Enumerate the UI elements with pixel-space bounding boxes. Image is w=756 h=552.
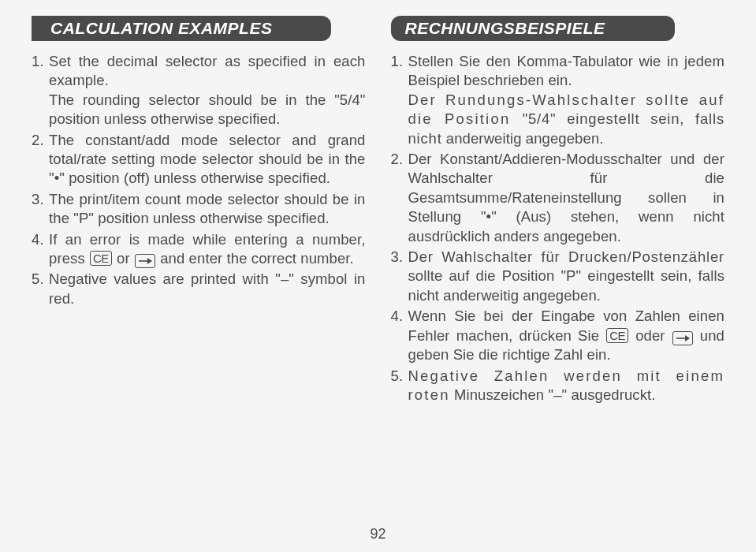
arrow-key-icon bbox=[672, 331, 693, 345]
list-item: Der Wahlschalter für Drucken/Postenzähle… bbox=[391, 248, 725, 305]
list-item: Set the decimal selector as specified in… bbox=[32, 52, 366, 129]
arrow-key-icon bbox=[135, 254, 155, 268]
list-english: Set the decimal selector as specified in… bbox=[32, 52, 366, 308]
ce-key-icon: CE bbox=[90, 251, 112, 266]
list-item: Der Konstant/Addieren-Modusschalter und … bbox=[391, 150, 725, 246]
item-text-pre: Der Wahlschalter für Drucken/Postenzähle… bbox=[408, 248, 725, 265]
item-subtext: Der Rundungs-Wahlschalter sollte auf die… bbox=[408, 91, 725, 148]
heading-english: CALCULATION EXAMPLES bbox=[32, 16, 331, 41]
list-item: If an error is made while entering a num… bbox=[32, 230, 366, 269]
ce-key-icon: CE bbox=[606, 328, 628, 343]
list-item: The constant/add mode selector and grand… bbox=[32, 131, 366, 188]
list-item: Negative values are printed with "–" sym… bbox=[32, 270, 366, 308]
svg-marker-3 bbox=[685, 335, 690, 341]
item-subtext: The rounding selector should be in the "… bbox=[49, 91, 366, 129]
list-german: Stellen Sie den Komma-Tabulator wie in j… bbox=[391, 52, 725, 405]
heading-german: RECHNUNGSBEISPIELE bbox=[391, 16, 675, 41]
page-number: 92 bbox=[0, 526, 756, 543]
item-text-mid: oder bbox=[629, 327, 672, 344]
item-text-post: Minuszeichen "–" ausgedruckt. bbox=[450, 386, 656, 403]
content-columns: CALCULATION EXAMPLES Set the decimal sel… bbox=[32, 16, 724, 406]
list-item: Stellen Sie den Komma-Tabulator wie in j… bbox=[391, 52, 725, 148]
list-item: Negative Zahlen werden mit einem roten M… bbox=[391, 367, 725, 405]
item-text-post: and enter the correct number. bbox=[156, 250, 354, 267]
svg-marker-1 bbox=[147, 258, 152, 264]
list-item: Wenn Sie bei der Eingabe von Zahlen eine… bbox=[391, 307, 725, 364]
item-text: Stellen Sie den Komma-Tabulator wie in j… bbox=[408, 53, 725, 88]
column-german: RECHNUNGSBEISPIELE Stellen Sie den Komma… bbox=[391, 16, 725, 406]
item-text-mid: or bbox=[113, 250, 134, 267]
item-text-post: sollte auf die Position "P" eingestellt … bbox=[408, 267, 725, 303]
list-item: The print/item count mode selector shoul… bbox=[32, 190, 366, 229]
item-text: Set the decimal selector as specified in… bbox=[49, 53, 366, 88]
column-english: CALCULATION EXAMPLES Set the decimal sel… bbox=[32, 16, 366, 406]
